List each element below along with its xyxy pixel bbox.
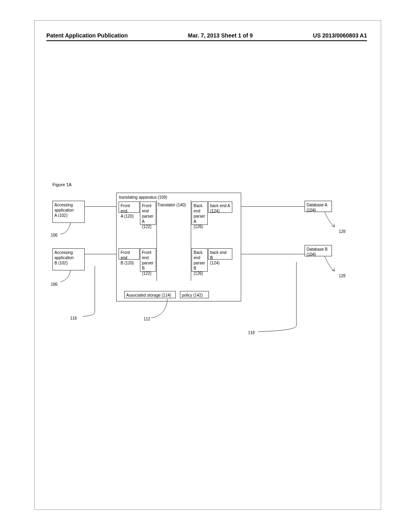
ref-128a: 128 [339, 229, 346, 234]
ref-128b: 128 [339, 274, 346, 278]
box-be-a: back end A (124) [208, 202, 232, 213]
page-header: Patent Application Publication Mar. 7, 2… [46, 32, 367, 39]
box-fe-b: Front end B (120) [119, 248, 140, 260]
lead-128a [323, 212, 339, 230]
conn-app-a-fe [85, 206, 116, 207]
box-be-b: back end B (124) [208, 248, 232, 260]
lead-106b [60, 270, 73, 285]
box-db-b: Database B (104) [305, 245, 332, 256]
box-fe-a: Front end A (120) [119, 202, 140, 213]
header-left: Patent Application Publication [46, 32, 128, 39]
conn-be-a-db [241, 206, 305, 207]
box-fep-b: Front end parser B (122) [140, 248, 156, 272]
lead-118 [258, 262, 298, 335]
lead-116 [81, 266, 97, 318]
translator-column [156, 200, 191, 281]
figure-label: Figure 1A [52, 182, 72, 187]
header-right: US 2013/0060803 A1 [313, 32, 367, 39]
ref-112: 112 [144, 317, 150, 321]
box-app-a: Accessing application A (102) [52, 201, 85, 223]
box-bep-a: Back end parser A (126) [192, 202, 208, 225]
box-app-b: Accessing application B (102) [52, 248, 85, 270]
lead-106a [60, 223, 73, 237]
ref-106b: 106 [51, 282, 58, 287]
box-storage: Associated storage (114) [124, 291, 176, 298]
ref-116: 116 [70, 316, 77, 320]
lead-128b [323, 256, 339, 274]
ref-106a: 106 [51, 233, 58, 237]
ref-118: 118 [248, 330, 255, 335]
header-rule [46, 40, 367, 41]
conn-app-b-fe [85, 254, 116, 254]
lead-112 [151, 299, 171, 321]
box-db-a: Database A (104) [305, 201, 332, 212]
conn-be-b-db [241, 254, 305, 254]
box-policy: policy (142) [180, 291, 209, 298]
header-center: Mar. 7, 2013 Sheet 1 of 9 [188, 32, 253, 39]
box-fep-a: Front end parser A (122) [140, 202, 156, 225]
box-bep-b: Back end parser B (126) [192, 248, 208, 272]
